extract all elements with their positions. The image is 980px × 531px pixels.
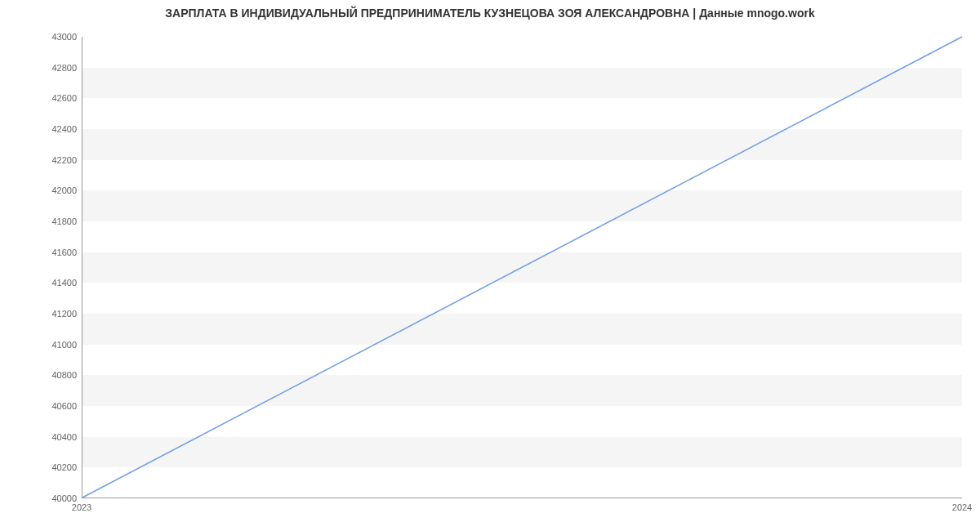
y-tick-label: 42000 (3, 185, 77, 195)
y-tick-label: 42800 (3, 63, 77, 73)
y-tick-label: 41200 (3, 309, 77, 319)
y-tick-label: 40200 (3, 462, 77, 472)
plot-area (82, 37, 962, 498)
y-tick-label: 41600 (3, 248, 77, 257)
y-tick-label: 40400 (3, 432, 77, 442)
y-tick-label: 40000 (3, 493, 77, 503)
x-tick-label: 2023 (72, 502, 91, 512)
y-tick-label: 41800 (3, 216, 77, 226)
chart-title: ЗАРПЛАТА В ИНДИВИДУАЛЬНЫЙ ПРЕДПРИНИМАТЕЛ… (0, 7, 980, 20)
data-line (82, 37, 962, 498)
y-tick-label: 42600 (3, 93, 77, 103)
y-tick-label: 42400 (3, 124, 77, 134)
y-tick-label: 43000 (3, 32, 77, 42)
chart-container: ЗАРПЛАТА В ИНДИВИДУАЛЬНЫЙ ПРЕДПРИНИМАТЕЛ… (0, 0, 980, 531)
y-tick-label: 40600 (3, 401, 77, 411)
y-tick-label: 40800 (3, 370, 77, 380)
y-tick-label: 41400 (3, 278, 77, 288)
x-tick-label: 2024 (952, 502, 972, 512)
y-tick-label: 42200 (3, 155, 77, 165)
y-tick-label: 41000 (3, 340, 77, 350)
